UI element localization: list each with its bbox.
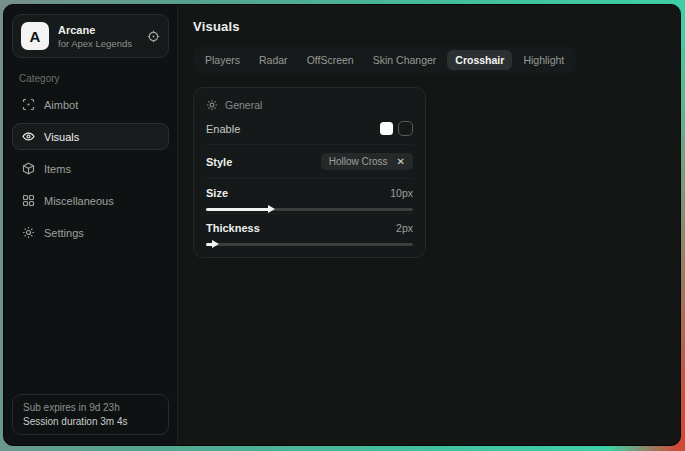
- brand-card: A Arcane for Apex Legends: [12, 14, 169, 58]
- size-slider[interactable]: [206, 208, 413, 211]
- general-settings-icon: [206, 99, 218, 111]
- sidebar-item-aimbot[interactable]: Aimbot: [12, 91, 169, 118]
- clear-style-icon[interactable]: ✕: [397, 157, 405, 167]
- tab-radar[interactable]: Radar: [251, 50, 296, 70]
- general-panel: General Enable Style Hollow Cross ✕: [193, 87, 426, 258]
- eye-icon: [22, 130, 35, 143]
- thickness-label: Thickness: [206, 222, 260, 234]
- tab-crosshair[interactable]: Crosshair: [447, 50, 512, 70]
- sidebar-item-items[interactable]: Items: [12, 155, 169, 182]
- tab-highlight[interactable]: Highlight: [515, 50, 572, 70]
- session-duration-text: Session duration 3m 4s: [23, 416, 158, 427]
- enable-checkbox[interactable]: [398, 121, 413, 136]
- sidebar-nav: Aimbot Visuals: [12, 91, 169, 246]
- tab-bar: Players Radar OffScreen Skin Changer Cro…: [193, 47, 576, 73]
- thickness-slider[interactable]: [206, 243, 413, 246]
- page-title: Visuals: [193, 19, 665, 34]
- tab-skin-changer[interactable]: Skin Changer: [365, 50, 445, 70]
- enable-controls: [380, 121, 413, 136]
- brand-logo: A: [21, 22, 49, 50]
- sidebar-item-label: Visuals: [44, 131, 79, 143]
- tab-offscreen[interactable]: OffScreen: [299, 50, 362, 70]
- panel-header: General: [206, 96, 413, 113]
- crosshair-icon: [22, 98, 35, 111]
- thickness-row: Thickness 2px: [206, 214, 413, 246]
- thickness-slider-thumb[interactable]: [212, 240, 219, 248]
- brand-title: Arcane: [58, 24, 132, 36]
- size-slider-thumb[interactable]: [268, 205, 275, 213]
- style-row: Style Hollow Cross ✕: [206, 145, 413, 179]
- size-value: 10px: [390, 187, 413, 199]
- style-label: Style: [206, 156, 232, 168]
- category-label: Category: [19, 73, 162, 84]
- main-content: Visuals Players Radar OffScreen Skin Cha…: [178, 5, 680, 445]
- target-icon[interactable]: [147, 30, 160, 43]
- sidebar-item-label: Items: [44, 163, 71, 175]
- sidebar-item-label: Miscellaneous: [44, 195, 114, 207]
- sub-expires-text: Sub expires in 9d 23h: [23, 402, 158, 413]
- panel-title: General: [225, 99, 262, 111]
- color-swatch[interactable]: [380, 122, 393, 135]
- sidebar-spacer: [12, 246, 169, 394]
- subscription-card: Sub expires in 9d 23h Session duration 3…: [12, 394, 169, 435]
- style-select[interactable]: Hollow Cross ✕: [321, 153, 413, 170]
- enable-label: Enable: [206, 123, 240, 135]
- size-row: Size 10px: [206, 179, 413, 214]
- brand-text: Arcane for Apex Legends: [58, 24, 132, 49]
- style-selected-value: Hollow Cross: [329, 156, 388, 167]
- gear-icon: [22, 226, 35, 239]
- size-label: Size: [206, 187, 228, 199]
- game-backdrop: A Arcane for Apex Legends Category: [0, 0, 685, 451]
- tab-players[interactable]: Players: [197, 50, 248, 70]
- sidebar-item-settings[interactable]: Settings: [12, 219, 169, 246]
- sidebar-item-label: Aimbot: [44, 99, 78, 111]
- sidebar-item-visuals[interactable]: Visuals: [12, 123, 169, 150]
- brand-subtitle: for Apex Legends: [58, 38, 132, 49]
- cheat-menu-window: A Arcane for Apex Legends Category: [3, 4, 681, 446]
- sidebar-item-label: Settings: [44, 227, 84, 239]
- grid-icon: [22, 194, 35, 207]
- enable-row: Enable: [206, 113, 413, 145]
- size-slider-fill: [206, 208, 270, 211]
- sidebar-item-miscellaneous[interactable]: Miscellaneous: [12, 187, 169, 214]
- sidebar: A Arcane for Apex Legends Category: [4, 5, 178, 445]
- thickness-value: 2px: [396, 222, 413, 234]
- box-icon: [22, 162, 35, 175]
